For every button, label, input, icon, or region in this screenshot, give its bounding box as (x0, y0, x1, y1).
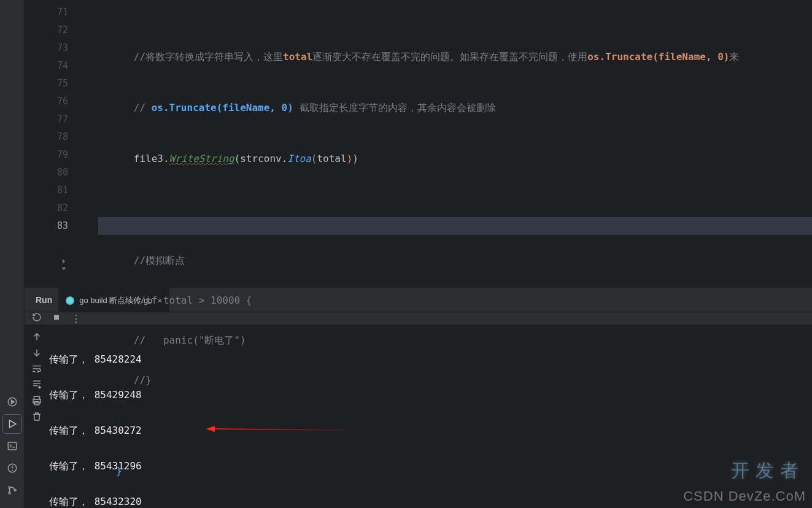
code-editor[interactable]: 71 72 73 74 75 76 77 78 79 80 81 82 83 /… (25, 0, 812, 287)
console-output[interactable]: 传输了， 85428224 传输了， 85429248 传输了， 8543027… (49, 325, 812, 508)
run-body: 传输了， 85428224 传输了， 85429248 传输了， 8543027… (25, 325, 812, 508)
debug-icon[interactable] (3, 393, 21, 411)
trash-icon[interactable] (31, 411, 42, 425)
console-line: 传输了， 85428224 (49, 350, 812, 368)
current-line-highlight (98, 217, 812, 235)
print-icon[interactable] (31, 395, 42, 409)
code-line: } (98, 462, 812, 480)
run-panel-title: Run (29, 295, 58, 305)
line-number: 73 (43, 39, 77, 57)
editor-marker-strip (25, 0, 43, 287)
editor-indent-guides (77, 0, 98, 287)
run-toolbar: ⋮ (25, 312, 812, 325)
svg-marker-1 (11, 400, 14, 404)
code-line: //} (98, 371, 812, 389)
code-line: //模拟断点 (98, 252, 812, 269)
code-line (98, 422, 812, 440)
line-number: 79 (43, 146, 77, 164)
code-line: // os.Truncate(fileName, 0) 截取指定长度字节的内容，… (98, 99, 812, 117)
svg-marker-2 (9, 420, 16, 428)
svg-rect-3 (8, 442, 17, 450)
terminal-icon[interactable] (3, 437, 21, 455)
code-line (98, 201, 812, 218)
code-line: //将数字转换成字符串写入，这里total逐渐变大不存在覆盖不完的问题。如果存在… (98, 48, 812, 66)
line-number: 82 (43, 199, 77, 217)
line-number: 76 (43, 93, 77, 110)
code-content[interactable]: //将数字转换成字符串写入，这里total逐渐变大不存在覆盖不完的问题。如果存在… (98, 0, 812, 287)
stop-icon[interactable] (52, 312, 61, 325)
line-number: 71 (43, 4, 77, 21)
git-icon[interactable] (3, 481, 21, 499)
editor-gutter: 71 72 73 74 75 76 77 78 79 80 81 82 83 (43, 0, 77, 287)
run-side-toolbar (25, 325, 49, 508)
left-tool-rail (0, 0, 25, 508)
line-number: 77 (43, 110, 77, 128)
svg-point-9 (14, 490, 16, 491)
chevron-down-icon (60, 265, 68, 272)
up-arrow-icon[interactable] (31, 331, 42, 345)
chevron-right-icon (60, 258, 68, 265)
svg-point-8 (9, 492, 10, 494)
line-number: 83 (43, 217, 77, 235)
soft-wrap-icon[interactable] (31, 363, 42, 377)
scroll-to-end-icon[interactable] (31, 379, 42, 393)
rerun-icon[interactable] (32, 312, 42, 325)
line-number: 72 (43, 21, 77, 39)
code-line: file3.WriteString(strconv.Itoa(total)) (98, 150, 812, 167)
code-line: // panic("断电了") (98, 331, 812, 349)
line-number: 74 (43, 57, 77, 75)
line-number: 75 (43, 75, 77, 93)
svg-point-7 (9, 487, 10, 488)
svg-rect-10 (54, 315, 59, 320)
more-icon[interactable]: ⋮ (71, 313, 82, 325)
line-number: 80 (43, 164, 77, 182)
down-arrow-icon[interactable] (31, 347, 42, 361)
problems-icon[interactable] (3, 459, 21, 477)
go-file-icon (66, 296, 74, 305)
line-number: 81 (43, 182, 77, 199)
code-line: //if total > 10000 { (98, 291, 812, 309)
line-number: 78 (43, 128, 77, 146)
run-anything-icon[interactable] (3, 415, 21, 433)
svg-point-6 (12, 470, 12, 471)
fold-collapse-handle[interactable] (58, 258, 69, 282)
code-line (98, 502, 812, 508)
